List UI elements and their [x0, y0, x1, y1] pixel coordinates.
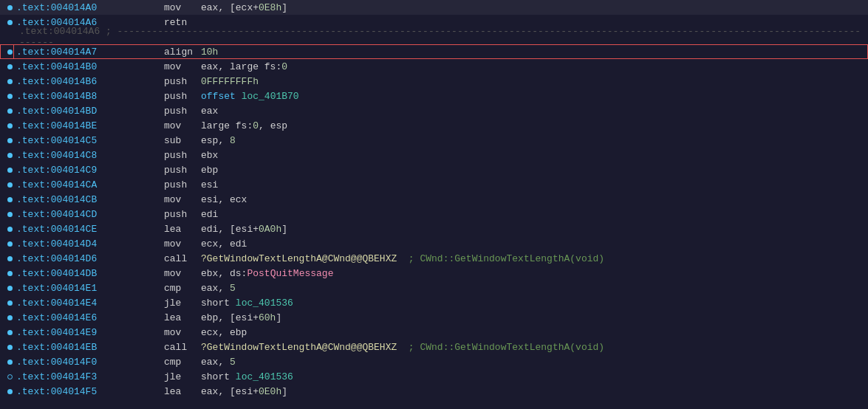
breakpoint-dot — [7, 79, 13, 84]
mnemonic: cmp — [134, 357, 201, 368]
breakpoint-dot — [7, 94, 13, 99]
operands: ebx, ds:PostQuitMessage — [201, 268, 865, 279]
code-row[interactable]: .text:004014E6 lea ebp, [esi+60h] — [0, 310, 868, 325]
code-row[interactable]: .text:004014D6 call ?GetWindowTextLength… — [0, 251, 868, 266]
code-row[interactable]: .text:004014EB call ?GetWindowTextLength… — [0, 340, 868, 354]
mnemonic: mov — [134, 327, 201, 338]
operands: ?GetWindowTextLengthA@CWnd@@QBEHXZ ; CWn… — [201, 342, 865, 353]
address: .text:004014C5 — [16, 135, 134, 146]
address: .text:004014A7 — [16, 47, 134, 58]
operands: eax, large fs:0 — [201, 61, 865, 72]
operands: ecx, ebp — [201, 327, 865, 338]
breakpoint-dot — [7, 138, 13, 143]
breakpoint-dot — [7, 227, 13, 232]
dot-col — [3, 168, 16, 173]
code-row[interactable]: .text:004014DB mov ebx, ds:PostQuitMessa… — [0, 266, 868, 281]
breakpoint-dot — [7, 389, 13, 394]
code-row[interactable]: .text:004014BE mov large fs:0, esp — [0, 118, 868, 133]
code-row[interactable]: .text:004014C8 push ebx — [0, 148, 868, 162]
mnemonic: jle — [134, 371, 201, 382]
dot-col — [3, 360, 16, 365]
code-row[interactable]: .text:004014CB mov esi, ecx — [0, 192, 868, 207]
operands: large fs:0, esp — [201, 120, 865, 131]
dot-col — [3, 123, 16, 128]
dot-col — [3, 49, 16, 55]
mnemonic: push — [134, 106, 201, 117]
mnemonic: mov — [134, 120, 201, 131]
operands: 10h — [201, 47, 865, 58]
mnemonic: call — [134, 342, 201, 353]
operands: esi — [201, 179, 865, 190]
code-row[interactable]: .text:004014B6 push 0FFFFFFFFh — [0, 74, 868, 89]
mnemonic: mov — [134, 268, 201, 279]
code-row[interactable]: .text:004014A0 mov eax, [ecx+0E8h] — [0, 0, 868, 15]
operands: short loc_401536 — [201, 298, 865, 309]
comment: ; CWnd::GetWindowTextLengthA(void) — [397, 253, 604, 264]
breakpoint-dot — [7, 286, 13, 291]
address: .text:004014CB — [16, 194, 134, 205]
dot-col — [3, 94, 16, 99]
code-row[interactable]: .text:004014CA push esi — [0, 177, 868, 192]
breakpoint-dot — [7, 360, 13, 365]
breakpoint-dot — [7, 345, 13, 350]
code-row[interactable]: .text:004014CD push edi — [0, 207, 868, 221]
mnemonic: push — [134, 150, 201, 161]
code-row[interactable]: .text:004014B8 push offset loc_401B70 — [0, 89, 868, 103]
address: .text:004014F5 — [16, 386, 134, 397]
code-row[interactable]: .text:004014F5 lea eax, [esi+0E0h] — [0, 384, 868, 399]
address: .text:004014F0 — [16, 357, 134, 368]
code-row[interactable]: .text:004014C5 sub esp, 8 — [0, 133, 868, 148]
mnemonic: sub — [134, 135, 201, 146]
comment: ; CWnd::GetWindowTextLengthA(void) — [397, 342, 604, 353]
operands: 0FFFFFFFFh — [201, 76, 865, 87]
code-row[interactable]: .text:004014D4 mov ecx, edi — [0, 236, 868, 251]
code-row[interactable]: .text:004014B0 mov eax, large fs:0 — [0, 59, 868, 74]
operands: edi, [esi+0A0h] — [201, 224, 865, 235]
address: .text:004014DB — [16, 268, 134, 279]
operands: eax — [201, 106, 865, 117]
dot-col — [3, 389, 16, 394]
code-row[interactable]: .text:004014A6 retn — [0, 15, 868, 30]
dot-col — [3, 5, 16, 10]
code-row[interactable]: .text:004014BD push eax — [0, 103, 868, 118]
breakpoint-dot — [7, 64, 13, 69]
code-row[interactable]: .text:004014A7 align 10h — [0, 44, 868, 59]
mnemonic: cmp — [134, 283, 201, 294]
address: .text:004014CE — [16, 224, 134, 235]
address: .text:004014D4 — [16, 238, 134, 250]
operands: offset loc_401B70 — [201, 91, 865, 102]
operands: eax, [ecx+0E8h] — [201, 2, 865, 13]
separator-row: .text:004014A6 ; -----------------------… — [0, 30, 868, 44]
operands: ecx, edi — [201, 238, 865, 250]
code-row[interactable]: .text:004014E4 jle short loc_401536 — [0, 295, 868, 310]
dot-col — [3, 330, 16, 335]
code-row[interactable]: .text:004014E9 mov ecx, ebp — [0, 325, 868, 340]
mnemonic: lea — [134, 224, 201, 235]
operands: ebp, [esi+60h] — [201, 312, 865, 323]
operands: edi — [201, 209, 865, 220]
address: .text:004014CD — [16, 209, 134, 220]
address: .text:004014A0 — [16, 2, 134, 13]
mnemonic: push — [134, 165, 201, 176]
code-row[interactable]: .text:004014CE lea edi, [esi+0A0h] — [0, 221, 868, 236]
address: .text:004014B0 — [16, 61, 134, 72]
operands: ebx — [201, 150, 865, 161]
operands: short loc_401536 — [201, 371, 865, 382]
code-row[interactable]: .text:004014F0 cmp eax, 5 — [0, 354, 868, 369]
mnemonic: mov — [134, 2, 201, 13]
dot-col — [3, 241, 16, 247]
code-row[interactable]: .text:004014C9 push ebp — [0, 162, 868, 177]
code-row[interactable]: .text:004014E1 cmp eax, 5 — [0, 281, 868, 295]
operands: eax, [esi+0E0h] — [201, 386, 865, 397]
dot-col — [3, 182, 16, 188]
dot-col — [3, 197, 16, 202]
dot-col — [3, 227, 16, 232]
code-lines: .text:004014A0 mov eax, [ecx+0E8h] .text… — [0, 0, 868, 399]
dot-col — [3, 286, 16, 291]
address: .text:004014E9 — [16, 327, 134, 338]
code-row[interactable]: .text:004014F3 jle short loc_401536 — [0, 369, 868, 384]
dot-col — [3, 79, 16, 84]
mnemonic: lea — [134, 312, 201, 323]
dot-col — [3, 109, 16, 114]
mnemonic: retn — [134, 17, 201, 28]
